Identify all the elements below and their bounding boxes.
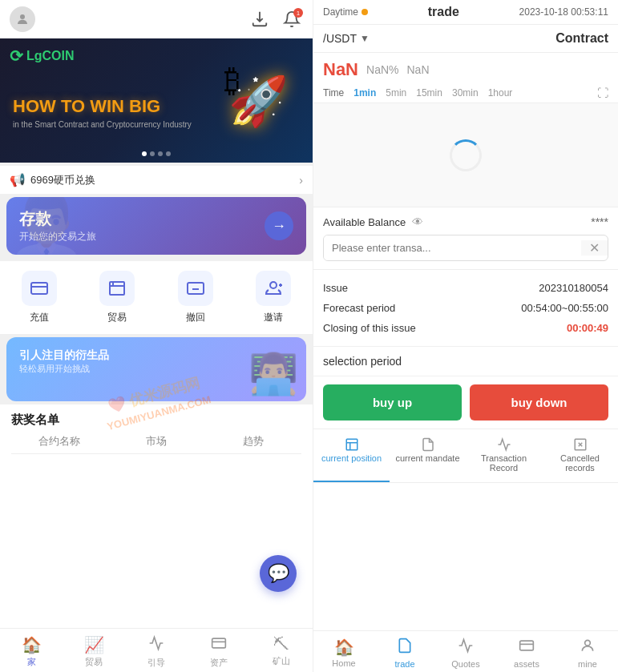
issue-row: Issue 202310180054 [323, 278, 608, 298]
trade-amount-input[interactable] [324, 235, 581, 260]
selection-period: selection period [313, 347, 618, 376]
nav-right-mine[interactable]: mine [557, 638, 618, 669]
nav-right-home[interactable]: 🏠 Home [313, 638, 374, 669]
closing-value: 00:00:49 [567, 322, 608, 334]
issue-value: 202310180054 [539, 282, 608, 294]
selection-period-label: selection period [323, 355, 402, 368]
svg-rect-18 [520, 641, 534, 650]
nav-right-mine-label: mine [578, 659, 597, 669]
tab-5min[interactable]: 5min [386, 87, 406, 99]
tab-cancelled-records[interactable]: Cancelled records [542, 429, 618, 482]
nav-right-assets[interactable]: assets [496, 638, 557, 669]
speaker-icon: 📢 [10, 172, 26, 187]
recharge-label: 充值 [30, 311, 49, 324]
col-trend: 趋势 [204, 434, 301, 449]
notification-icon[interactable]: 1 [281, 8, 303, 30]
dot-1[interactable] [142, 151, 147, 156]
tab-1hour[interactable]: 1hour [488, 87, 513, 99]
nav-right-quotes[interactable]: Quotes [435, 638, 496, 669]
svg-point-0 [20, 14, 25, 19]
right-panel: Daytime trade 2023-10-18 00:53:11 /USDT … [313, 0, 618, 672]
price-change: NaN [406, 63, 429, 76]
banner-dots [142, 151, 171, 156]
forecast-value: 00:54:00~00:55:00 [521, 302, 608, 314]
nav-right-trade[interactable]: trade [374, 638, 435, 669]
trade-nav-icon: 📈 [84, 635, 104, 654]
banner-coin-icon: ₿ [224, 62, 240, 99]
nav-assets[interactable]: 资产 [188, 635, 250, 669]
dot-3[interactable] [158, 151, 163, 156]
tab-1min[interactable]: 1min [353, 87, 376, 99]
buy-down-button[interactable]: buy down [470, 384, 608, 421]
nav-mine[interactable]: ⛏ 矿山 [250, 635, 313, 669]
left-panel: 1 ⟳ LgCOIN HOW TO WIN BIG in the Smart C… [0, 0, 313, 672]
price-value: NaN [323, 59, 358, 80]
right-assets-icon [519, 638, 535, 658]
winners-header: 合约名称 市场 趋势 [11, 434, 301, 454]
issue-label: Issue [323, 282, 348, 294]
bottom-nav-left: 🏠 家 📈 贸易 引导 资产 ⛏ 矿山 [0, 628, 313, 672]
deposit-card[interactable]: 存款 开始您的交易之旅 → 👨‍💼 [6, 197, 306, 255]
balance-stars: **** [591, 215, 608, 228]
buy-buttons: buy up buy down [313, 376, 618, 429]
banner-logo: ⟳ LgCOIN [10, 46, 75, 66]
withdraw-label: 撤回 [186, 311, 205, 324]
action-withdraw[interactable]: 撤回 [178, 271, 213, 324]
nav-trade[interactable]: 📈 贸易 [63, 635, 125, 669]
right-mine-icon [580, 638, 596, 658]
tab-transaction-record[interactable]: Transaction Record [466, 429, 542, 482]
mandate-icon [421, 437, 435, 452]
banner: ⟳ LgCOIN HOW TO WIN BIG in the Smart Con… [0, 38, 313, 163]
pair-label: /USDT [323, 32, 357, 45]
bottom-nav-right: 🏠 Home trade Quotes [313, 630, 618, 672]
pair-selector[interactable]: /USDT ▼ [323, 32, 370, 45]
right-trade-icon [397, 638, 413, 658]
balance-label-group: Available Balance 👁 [323, 215, 423, 228]
download-icon[interactable] [248, 8, 271, 30]
svg-point-20 [585, 640, 591, 646]
tab-current-mandate[interactable]: current mandate [390, 429, 466, 482]
intro-section[interactable]: 引人注目的衍生品 轻松易用开始挑战 👨‍💻 [6, 337, 306, 401]
action-invite[interactable]: 邀请 [256, 271, 291, 324]
tab-30min[interactable]: 30min [452, 87, 479, 99]
winners-title: 获奖名单 [11, 412, 301, 428]
nav-right-assets-label: assets [514, 659, 539, 669]
invite-icon [256, 271, 291, 306]
expand-icon[interactable]: ⛶ [597, 87, 608, 99]
balance-label: Available Balance [323, 216, 406, 228]
promo-arrow: › [299, 174, 303, 187]
dropdown-icon: ▼ [360, 33, 370, 44]
dot-2[interactable] [150, 151, 155, 156]
loading-spinner [450, 139, 482, 171]
guide-icon [148, 635, 164, 655]
action-trade[interactable]: 贸易 [99, 271, 135, 324]
eye-icon[interactable]: 👁 [412, 215, 423, 228]
action-recharge[interactable]: 充值 [22, 271, 57, 324]
info-rows: Issue 202310180054 Forecast period 00:54… [313, 270, 618, 347]
invite-label: 邀请 [264, 311, 283, 324]
promo-text: 6969硬币兑换 [30, 173, 95, 187]
withdraw-icon [178, 271, 213, 306]
cancelled-icon [573, 437, 588, 452]
dot-4[interactable] [166, 151, 171, 156]
mine-icon: ⛏ [273, 635, 289, 654]
svg-rect-3 [110, 282, 124, 295]
top-icons: 1 [248, 8, 303, 30]
svg-rect-10 [212, 638, 226, 648]
clear-input-button[interactable]: ✕ [581, 240, 608, 256]
intro-figure-icon: 👨‍💻 [248, 351, 298, 397]
buy-up-button[interactable]: buy up [323, 384, 462, 421]
nav-right-home-label: Home [332, 658, 355, 668]
time-tabs: Time 1min 5min 15min 30min 1hour ⛶ [313, 83, 618, 103]
tab-15min[interactable]: 15min [416, 87, 442, 99]
nav-home[interactable]: 🏠 家 [0, 635, 63, 669]
contract-title: Contract [555, 31, 608, 46]
avatar[interactable] [10, 6, 35, 32]
chat-fab-button[interactable]: 💬 [260, 555, 297, 592]
promo-bar[interactable]: 📢 6969硬币兑换 › [0, 166, 313, 194]
nav-guide[interactable]: 引导 [125, 635, 188, 669]
tab-current-position[interactable]: current position [313, 429, 390, 482]
deposit-arrow-button[interactable]: → [265, 211, 293, 240]
tab-transaction-label: Transaction Record [469, 453, 539, 473]
timestamp: 2023-10-18 00:53:11 [519, 6, 608, 18]
